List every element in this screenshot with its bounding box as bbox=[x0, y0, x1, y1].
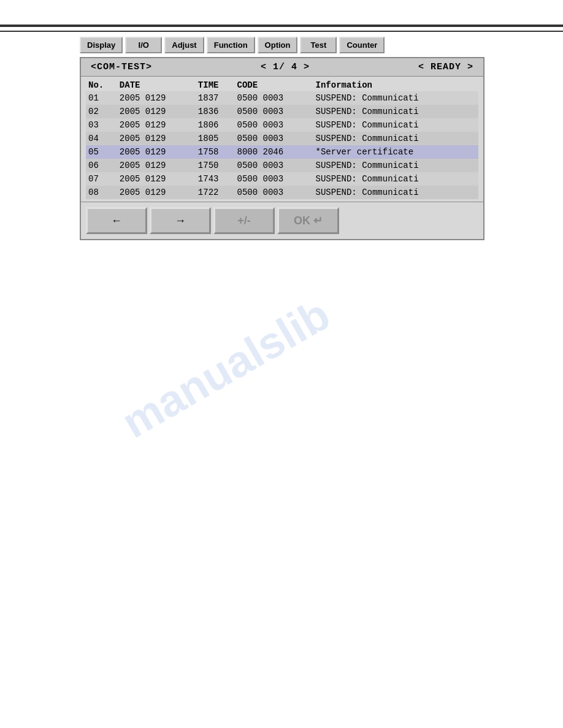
second-border bbox=[0, 31, 563, 32]
adjust-button[interactable]: Adjust bbox=[164, 37, 204, 53]
table-cell: 1758 bbox=[196, 145, 235, 159]
table-cell: 0500 0003 bbox=[235, 186, 313, 199]
table-cell: SUSPEND: Communicati bbox=[313, 105, 478, 118]
function-button[interactable]: Function bbox=[207, 37, 255, 53]
table-row: 072005 012917430500 0003SUSPEND: Communi… bbox=[86, 172, 478, 186]
main-container: Display I/O Adjust Function Option Test … bbox=[80, 37, 484, 240]
table-cell: 2005 0129 bbox=[117, 186, 196, 199]
content-panel: <COM-TEST> < 1/ 4 > < READY > No. DATE T… bbox=[80, 57, 484, 240]
ok-button[interactable]: OK ↵ bbox=[277, 207, 339, 234]
table-row: 082005 012917220500 0003SUSPEND: Communi… bbox=[86, 186, 478, 199]
table-cell: *Server certificate bbox=[313, 145, 478, 159]
col-code: CODE bbox=[235, 79, 313, 91]
option-button[interactable]: Option bbox=[258, 37, 298, 53]
status-title: <COM-TEST> bbox=[91, 62, 152, 72]
table-cell: 08 bbox=[86, 186, 117, 199]
col-no: No. bbox=[86, 79, 117, 91]
table-cell: SUSPEND: Communicati bbox=[313, 186, 478, 199]
table-cell: 1743 bbox=[196, 172, 235, 186]
table-cell: 1750 bbox=[196, 159, 235, 172]
table-cell: 2005 0129 bbox=[117, 145, 196, 159]
table-cell: 1837 bbox=[196, 91, 235, 105]
table-cell: 2005 0129 bbox=[117, 172, 196, 186]
table-row: 052005 012917588000 2046*Server certific… bbox=[86, 145, 478, 159]
table-cell: 0500 0003 bbox=[235, 91, 313, 105]
test-button[interactable]: Test bbox=[300, 37, 337, 53]
table-cell: 06 bbox=[86, 159, 117, 172]
top-border bbox=[0, 25, 563, 27]
watermark: manualslib bbox=[113, 289, 339, 447]
table-cell: SUSPEND: Communicati bbox=[313, 172, 478, 186]
table-cell: 2005 0129 bbox=[117, 105, 196, 118]
table-cell: 1722 bbox=[196, 186, 235, 199]
table-cell: 05 bbox=[86, 145, 117, 159]
table-cell: 07 bbox=[86, 172, 117, 186]
status-page: < 1/ 4 > bbox=[261, 62, 310, 72]
table-row: 022005 012918360500 0003SUSPEND: Communi… bbox=[86, 105, 478, 118]
status-state: < READY > bbox=[418, 62, 473, 72]
bottom-buttons: ← → +/- OK ↵ bbox=[81, 202, 483, 239]
table-cell: 0500 0003 bbox=[235, 118, 313, 132]
log-table: No. DATE TIME CODE Information 012005 01… bbox=[86, 79, 478, 199]
table-header-row: No. DATE TIME CODE Information bbox=[86, 79, 478, 91]
table-cell: 0500 0003 bbox=[235, 159, 313, 172]
table-cell: SUSPEND: Communicati bbox=[313, 91, 478, 105]
forward-button[interactable]: → bbox=[150, 207, 211, 234]
table-cell: SUSPEND: Communicati bbox=[313, 118, 478, 132]
table-cell: 0500 0003 bbox=[235, 172, 313, 186]
table-cell: 2005 0129 bbox=[117, 132, 196, 145]
table-area: No. DATE TIME CODE Information 012005 01… bbox=[81, 77, 483, 202]
col-time: TIME bbox=[196, 79, 235, 91]
table-row: 042005 012918050500 0003SUSPEND: Communi… bbox=[86, 132, 478, 145]
table-row: 012005 012918370500 0003SUSPEND: Communi… bbox=[86, 91, 478, 105]
table-cell: 2005 0129 bbox=[117, 118, 196, 132]
table-cell: 01 bbox=[86, 91, 117, 105]
table-cell: 8000 2046 bbox=[235, 145, 313, 159]
col-date: DATE bbox=[117, 79, 196, 91]
counter-button[interactable]: Counter bbox=[339, 37, 385, 53]
table-cell: 03 bbox=[86, 118, 117, 132]
display-button[interactable]: Display bbox=[80, 37, 123, 53]
table-cell: 2005 0129 bbox=[117, 159, 196, 172]
table-cell: 2005 0129 bbox=[117, 91, 196, 105]
table-cell: 1806 bbox=[196, 118, 235, 132]
table-cell: SUSPEND: Communicati bbox=[313, 132, 478, 145]
table-cell: 02 bbox=[86, 105, 117, 118]
table-body: 012005 012918370500 0003SUSPEND: Communi… bbox=[86, 91, 478, 199]
io-button[interactable]: I/O bbox=[125, 37, 162, 53]
table-cell: 1836 bbox=[196, 105, 235, 118]
col-info: Information bbox=[313, 79, 478, 91]
plus-minus-button[interactable]: +/- bbox=[213, 207, 275, 234]
table-cell: 0500 0003 bbox=[235, 132, 313, 145]
toolbar: Display I/O Adjust Function Option Test … bbox=[80, 37, 484, 53]
table-cell: 0500 0003 bbox=[235, 105, 313, 118]
table-cell: 1805 bbox=[196, 132, 235, 145]
back-button[interactable]: ← bbox=[86, 207, 147, 234]
table-row: 032005 012918060500 0003SUSPEND: Communi… bbox=[86, 118, 478, 132]
table-cell: SUSPEND: Communicati bbox=[313, 159, 478, 172]
table-cell: 04 bbox=[86, 132, 117, 145]
status-bar: <COM-TEST> < 1/ 4 > < READY > bbox=[81, 58, 483, 77]
table-row: 062005 012917500500 0003SUSPEND: Communi… bbox=[86, 159, 478, 172]
